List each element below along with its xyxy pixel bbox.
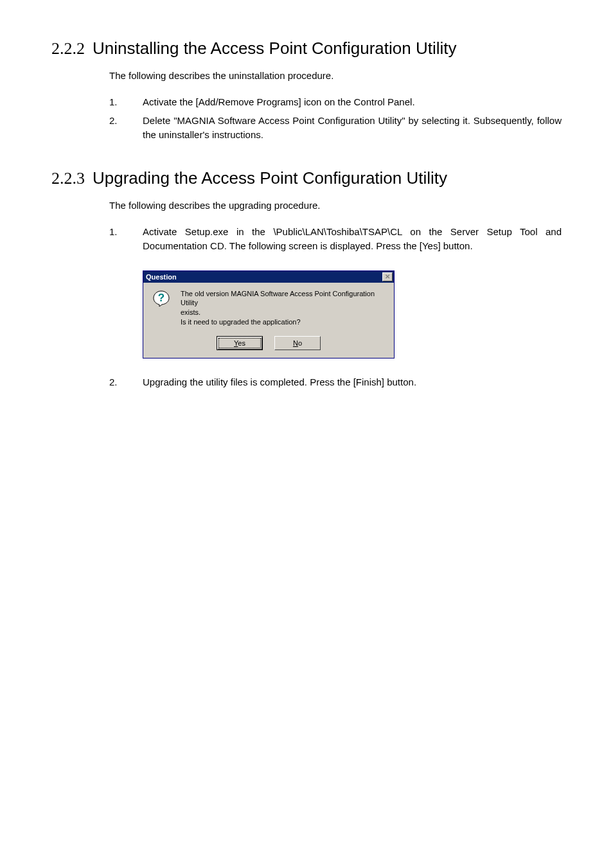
no-rest: o [298,339,302,347]
section-heading: 2.2.3 Upgrading the Access Point Configu… [51,168,562,188]
upgrade-steps-before: 1. Activate Setup.exe in the \Public\LAN… [109,225,562,254]
dialog-button-row: Yes No [151,336,386,350]
list-item: 1. Activate the [Add/Remove Programs] ic… [109,95,562,110]
section-intro: The following describes the uninstallati… [109,70,562,81]
list-number: 2. [109,114,143,143]
question-icon: ? [151,289,172,310]
list-number: 2. [109,375,143,390]
list-item: 2. Upgrading the utility files is comple… [109,375,562,390]
list-text: Activate Setup.exe in the \Public\LAN\To… [143,225,562,254]
dialog-message: The old version MAGNIA Software Access P… [181,289,386,327]
dialog-line: The old version MAGNIA Software Access P… [181,289,386,308]
dialog-title: Question [146,273,177,281]
dialog-line: Is it need to upgraded the application? [181,317,386,327]
section-number: 2.2.3 [51,169,85,188]
list-text: Delete "MAGNIA Software Access Point Con… [143,114,562,143]
yes-rest: es [238,339,245,347]
question-dialog: Question ✕ ? The old version MAGNIA Soft… [143,270,395,359]
list-item: 1. Activate Setup.exe in the \Public\LAN… [109,225,562,254]
dialog-titlebar: Question ✕ [143,271,394,283]
close-button[interactable]: ✕ [382,272,393,281]
section-heading: 2.2.2 Uninstalling the Access Point Conf… [51,39,562,58]
section-title: Uninstalling the Access Point Configurat… [93,39,457,58]
dialog-body: ? The old version MAGNIA Software Access… [143,283,394,358]
dialog-content-row: ? The old version MAGNIA Software Access… [151,289,386,327]
section-title: Upgrading the Access Point Configuration… [93,168,447,188]
upgrade-steps-after: 2. Upgrading the utility files is comple… [109,375,562,390]
list-text: Activate the [Add/Remove Programs] icon … [143,95,562,110]
dialog-line: exists. [181,308,386,317]
list-number: 1. [109,225,143,254]
list-item: 2. Delete "MAGNIA Software Access Point … [109,114,562,143]
dialog-screenshot: Question ✕ ? The old version MAGNIA Soft… [143,270,562,359]
section-upgrading: 2.2.3 Upgrading the Access Point Configu… [51,168,562,390]
list-number: 1. [109,95,143,110]
no-mnemonic: N [293,339,298,347]
close-icon: ✕ [385,273,390,280]
svg-text:?: ? [158,292,164,304]
no-button[interactable]: No [274,336,321,350]
section-uninstalling: 2.2.2 Uninstalling the Access Point Conf… [51,39,562,143]
section-number: 2.2.2 [51,39,85,58]
yes-button[interactable]: Yes [217,336,263,350]
uninstall-steps: 1. Activate the [Add/Remove Programs] ic… [109,95,562,143]
list-text: Upgrading the utility files is completed… [143,375,562,390]
section-intro: The following describes the upgrading pr… [109,200,562,211]
